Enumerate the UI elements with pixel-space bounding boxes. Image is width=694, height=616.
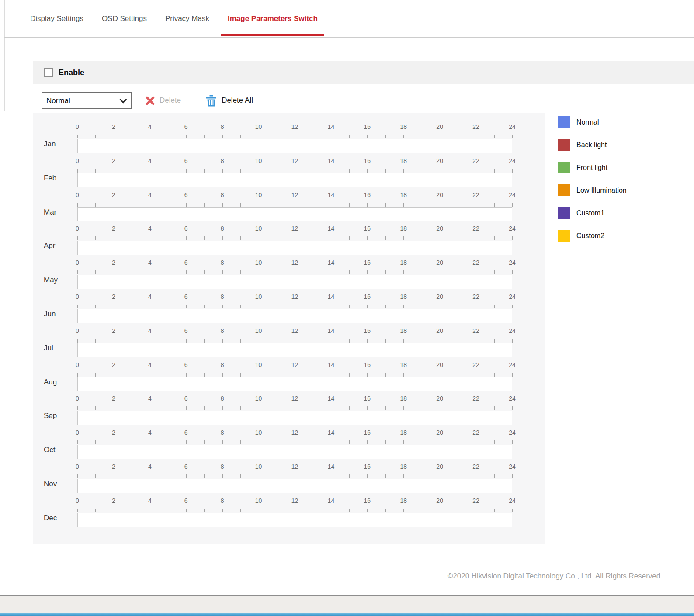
hour-label: 10 [255, 259, 262, 266]
hour-tick [132, 440, 132, 444]
timeline-track[interactable]: 024681012141618202224 [77, 191, 512, 225]
hour-label: 12 [291, 225, 298, 232]
hour-label: 20 [436, 361, 443, 369]
hour-label: 20 [436, 191, 443, 199]
timeline-track[interactable]: 024681012141618202224 [77, 293, 512, 327]
hour-tick [403, 236, 404, 240]
timeline-bar[interactable] [77, 343, 512, 357]
schedule-month-row: Jul 024681012141618202224 [33, 327, 545, 361]
hour-label: 14 [328, 497, 335, 505]
hour-tick [440, 135, 440, 138]
hour-label: 4 [148, 327, 152, 335]
timeline-track[interactable]: 024681012141618202224 [77, 395, 512, 429]
delete-all-button[interactable]: Delete All [206, 95, 253, 107]
hour-tick [277, 270, 277, 274]
hour-tick [150, 509, 150, 512]
hour-label: 18 [400, 123, 407, 131]
hour-label: 8 [221, 191, 224, 199]
timeline-bar[interactable] [77, 411, 512, 425]
timeline-track[interactable]: 024681012141618202224 [77, 225, 512, 259]
timeline-track[interactable]: 024681012141618202224 [77, 123, 512, 157]
hour-tick [476, 339, 476, 343]
timeline-bar[interactable] [77, 513, 512, 527]
timeline-bar[interactable] [77, 241, 512, 255]
schedule-toolbar: Normal Delete Delete All [42, 92, 253, 109]
hour-label: 8 [221, 463, 224, 471]
tab-bar: Display SettingsOSD SettingsPrivacy Mask… [13, 0, 694, 38]
hour-tick [77, 440, 78, 444]
hour-tick [240, 305, 241, 308]
hour-label: 2 [112, 157, 115, 165]
hour-tick [440, 373, 440, 377]
delete-button[interactable]: Delete [145, 96, 181, 106]
hour-tick [114, 373, 114, 377]
timeline-bar[interactable] [77, 207, 512, 221]
hour-label: 2 [112, 395, 115, 402]
tab-privacy-mask[interactable]: Privacy Mask [156, 14, 219, 23]
hour-tick [367, 305, 368, 308]
timeline-track[interactable]: 024681012141618202224 [77, 429, 512, 463]
hour-label: 0 [76, 293, 79, 301]
hour-label: 20 [436, 123, 443, 131]
hour-label: 10 [255, 327, 262, 335]
hour-tick [422, 203, 422, 207]
timeline-track[interactable]: 024681012141618202224 [77, 497, 512, 531]
month-label: Apr [44, 242, 72, 250]
timeline-bar[interactable] [77, 445, 512, 459]
hour-tick [458, 373, 458, 377]
enable-checkbox[interactable] [44, 68, 53, 77]
hour-label: 20 [436, 225, 443, 232]
hour-label: 18 [400, 463, 407, 471]
hour-label: 16 [364, 191, 371, 199]
hour-label: 4 [148, 225, 152, 232]
hour-tick [77, 236, 78, 240]
hour-tick [349, 474, 350, 478]
schedule-panel: Jan 024681012141618202224 Feb 0246810121… [33, 113, 545, 544]
trash-icon [206, 95, 217, 107]
hour-tick [132, 474, 132, 478]
timeline-bar[interactable] [77, 479, 512, 493]
hour-label: 0 [76, 361, 79, 369]
hour-tick [295, 169, 295, 173]
hour-tick [295, 203, 295, 207]
timeline-bar[interactable] [77, 173, 512, 187]
hour-tick [349, 270, 350, 274]
hour-tick [295, 509, 295, 512]
timeline-bar[interactable] [77, 377, 512, 391]
hour-tick [385, 305, 386, 308]
timeline-track[interactable]: 024681012141618202224 [77, 463, 512, 497]
hour-label: 18 [400, 225, 407, 232]
hour-tick [313, 135, 313, 138]
hour-tick [186, 509, 187, 512]
timeline-bar[interactable] [77, 275, 512, 289]
hour-label: 10 [255, 293, 262, 301]
hour-label: 12 [291, 157, 298, 165]
timeline-track[interactable]: 024681012141618202224 [77, 157, 512, 191]
tab-osd-settings[interactable]: OSD Settings [93, 14, 156, 23]
hour-tick [494, 440, 495, 444]
schedule-month-row: May 024681012141618202224 [33, 259, 545, 293]
hour-tick [277, 305, 277, 308]
tab-label: Image Parameters Switch [228, 14, 318, 23]
timeline-track[interactable]: 024681012141618202224 [77, 327, 512, 361]
hour-tick [168, 236, 168, 240]
hour-tick [313, 236, 313, 240]
mode-select[interactable]: Normal [42, 92, 132, 109]
hour-tick [77, 203, 78, 207]
hour-tick [494, 270, 495, 274]
hour-tick [403, 135, 404, 138]
timeline-track[interactable]: 024681012141618202224 [77, 361, 512, 395]
hour-label: 18 [400, 395, 407, 402]
tab-image-parameters-switch[interactable]: Image Parameters Switch [219, 14, 327, 23]
hour-tick [422, 474, 422, 478]
legend-color-swatch [558, 230, 570, 242]
hour-tick [494, 339, 495, 343]
tab-display-settings[interactable]: Display Settings [21, 14, 93, 23]
hour-tick [259, 169, 259, 173]
hour-tick [349, 339, 350, 343]
timeline-bar[interactable] [77, 309, 512, 323]
timeline-bar[interactable] [77, 139, 512, 153]
hour-tick [367, 440, 368, 444]
hour-tick [295, 373, 295, 377]
timeline-track[interactable]: 024681012141618202224 [77, 259, 512, 293]
